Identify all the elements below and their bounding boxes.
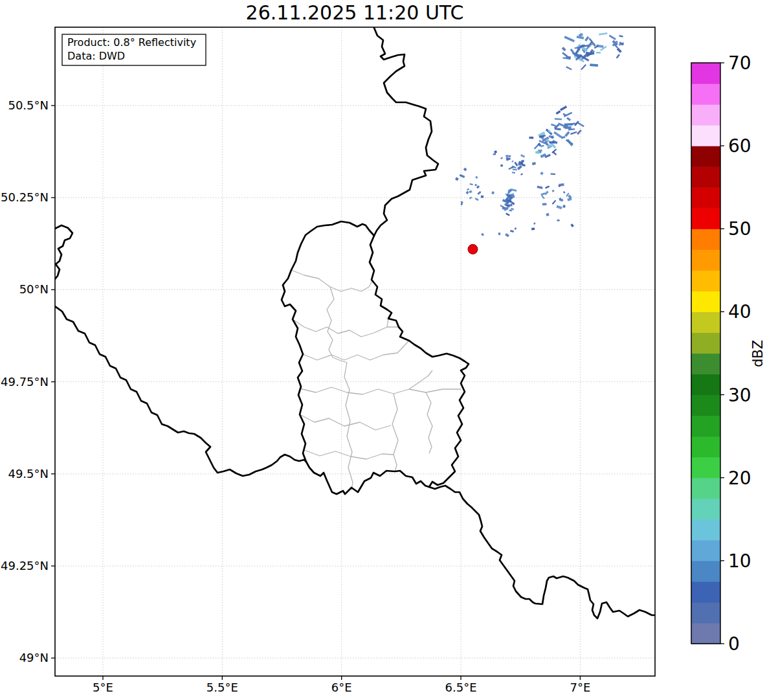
colorbar-segment: [691, 354, 720, 375]
colorbar-segment: [691, 63, 720, 84]
colorbar-segment: [691, 478, 720, 499]
colorbar-segment: [691, 146, 720, 167]
colorbar-axis-label: dBZ: [750, 340, 766, 367]
echo-speckle: [500, 164, 503, 166]
colorbar-tick-label: 0: [728, 633, 740, 655]
radar-map-canvas: 5°E5.5°E6°E6.5°E7°E50.5°N50.25°N50°N49.7…: [0, 0, 778, 700]
y-tick-label: 49.75°N: [1, 375, 49, 389]
colorbar-segment: [691, 540, 720, 561]
colorbar-tick-label: 20: [728, 468, 751, 489]
colorbar-segment: [691, 561, 720, 582]
echo-speckle: [481, 196, 483, 198]
colorbar-segment: [691, 374, 720, 396]
y-tick-label: 49.5°N: [8, 467, 49, 480]
colorbar-tick-label: 30: [728, 385, 751, 406]
colorbar-segment: [691, 581, 720, 603]
colorbar-segment: [691, 270, 720, 291]
colorbar-segment: [691, 166, 720, 188]
figure-background: [0, 0, 778, 700]
x-tick-label: 6°E: [331, 681, 352, 694]
colorbar-segment: [691, 332, 720, 354]
echo-speckle: [531, 227, 535, 230]
echo-speckle: [548, 144, 551, 147]
colorbar-segment: [691, 291, 720, 312]
colorbar-segment: [691, 187, 720, 209]
y-tick-label: 50.25°N: [1, 190, 49, 204]
radar-figure: 5°E5.5°E6°E6.5°E7°E50.5°N50.25°N50°N49.7…: [0, 0, 778, 700]
colorbar-tick-label: 60: [728, 135, 751, 157]
echo-speckle: [491, 192, 494, 194]
colorbar-segment: [691, 602, 720, 624]
colorbar-segment: [691, 436, 720, 458]
y-tick-label: 49.25°N: [1, 559, 49, 572]
figure-title: 26.11.2025 11:20 UTC: [246, 1, 464, 24]
colorbar-tick-label: 40: [728, 301, 751, 322]
colorbar-tick-label: 50: [728, 218, 751, 240]
colorbar-segment: [691, 104, 720, 126]
colorbar-segment: [691, 249, 720, 271]
echo-speckle: [507, 197, 510, 200]
colorbar-segment: [691, 395, 720, 416]
echo-speckle: [506, 155, 511, 157]
x-tick-label: 7°E: [570, 681, 590, 694]
x-tick-label: 5°E: [93, 681, 113, 694]
colorbar-segment: [691, 125, 720, 146]
y-tick-label: 50.5°N: [8, 98, 49, 112]
colorbar-segment: [691, 623, 720, 644]
x-tick-label: 6.5°E: [445, 681, 477, 694]
colorbar-segment: [691, 519, 720, 541]
echo-speckle: [542, 203, 547, 206]
x-tick-label: 5.5°E: [206, 681, 238, 694]
echo-speckle: [474, 184, 476, 186]
echo-speckle: [550, 141, 555, 144]
colorbar-segment: [691, 84, 720, 105]
echo-speckle: [529, 137, 533, 139]
echo-speckle: [498, 232, 500, 235]
echo-speckle: [493, 153, 496, 155]
colorbar-segment: [691, 208, 720, 229]
colorbar-segment: [691, 499, 720, 520]
annotation-data-line: Data: DWD: [67, 50, 125, 62]
colorbar-tick-label: 70: [728, 52, 751, 74]
echo-speckle: [551, 174, 556, 175]
echo-speckle: [557, 220, 559, 221]
annotation-product-line: Product: 0.8° Reflectivity: [67, 36, 196, 49]
colorbar-segment: [691, 229, 720, 250]
colorbar-segment: [691, 311, 720, 333]
echo-speckle: [596, 52, 601, 54]
radar-site-marker: [468, 244, 478, 254]
colorbar-tick-label: 10: [728, 550, 751, 572]
y-tick-label: 50°N: [19, 282, 49, 296]
echo-speckle: [562, 205, 566, 208]
colorbar-segment: [691, 416, 720, 437]
echo-speckle: [545, 141, 548, 142]
annotation-box: Product: 0.8° Reflectivity Data: DWD: [62, 34, 206, 65]
y-tick-label: 49°N: [19, 651, 49, 664]
colorbar-segment: [691, 457, 720, 479]
